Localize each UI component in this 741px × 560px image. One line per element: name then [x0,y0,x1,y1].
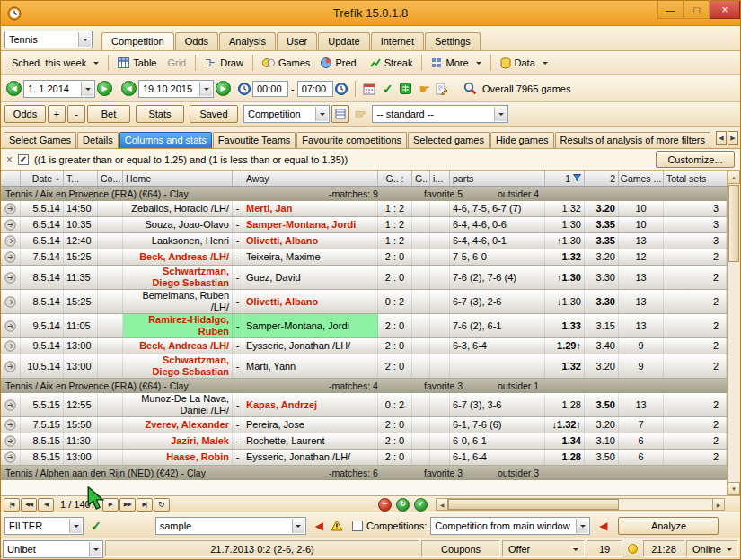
tab-details[interactable]: Details [77,132,119,148]
header-date[interactable]: Date▲ [21,171,64,186]
open-match-icon[interactable] [1,450,21,465]
tab-update[interactable]: Update [318,32,369,50]
saved-button[interactable]: Saved [190,105,238,123]
header-parts[interactable]: parts [450,171,545,186]
refresh-icon[interactable]: ↻ [396,498,410,512]
confirm-check-icon[interactable]: ✓ [383,82,393,96]
dropdown-arrow-icon[interactable] [78,32,91,47]
match-row[interactable]: 8.5.1513:00Haase, Robin-Eysseric, Jonath… [1,450,727,466]
header-home[interactable]: Home [123,171,233,186]
date-from-back-button[interactable]: ◀ [6,81,22,96]
bookmaker-select[interactable]: Unibet [3,540,103,558]
competition-source-select[interactable]: Competition from main window [430,517,590,535]
competitions-checkbox[interactable] [352,521,363,531]
open-match-icon[interactable] [1,433,21,449]
scrollbar-thumb[interactable] [728,185,739,262]
open-match-icon[interactable] [1,217,21,232]
tab-competition[interactable]: Competition [101,32,174,50]
tab-favourite-teams[interactable]: Favoutite Teams [213,132,296,148]
minus-button[interactable]: - [67,105,85,123]
open-match-icon[interactable] [1,201,21,216]
match-row[interactable]: 8.5.1511:30Jaziri, Malek-Rochette, Laure… [1,433,727,450]
green-table-icon[interactable] [400,83,411,94]
open-match-icon[interactable] [1,393,21,416]
nav-first-button[interactable]: |◀ [4,498,20,512]
header-total-sets[interactable]: Total sets [664,171,727,186]
open-match-icon[interactable] [1,314,21,337]
clear-filter-icon[interactable]: × [6,153,13,166]
date-to-forward-button[interactable]: ▶ [216,81,231,96]
open-match-icon[interactable] [1,249,21,265]
stats-button[interactable]: Stats [136,105,184,123]
data-dropdown[interactable]: Data [495,56,553,71]
match-row[interactable]: 6.5.1410:35Souza, Joao-Olavo-Samper-Mont… [1,217,727,233]
alert-icon[interactable] [331,520,343,531]
time-from-field[interactable]: 00:00 [252,81,288,97]
odds-button[interactable]: Odds [4,105,46,123]
games-button[interactable]: Games [257,56,315,70]
header-odd2[interactable]: 2 [585,171,619,186]
tab-settings[interactable]: Settings [425,32,481,50]
online-dropdown[interactable]: Online [686,540,738,557]
header-games[interactable]: Games ... [619,171,664,186]
draw-button[interactable]: Draw [199,56,249,70]
open-match-icon[interactable] [1,354,21,378]
plus-button[interactable]: + [48,105,66,123]
date-to-select[interactable]: 19.10.2015 [138,80,214,98]
header-g2[interactable]: G.. [412,171,430,186]
hand-icon[interactable]: ☛ [419,83,430,95]
sample-select[interactable]: sample [155,517,306,535]
open-match-icon[interactable] [1,266,21,289]
open-match-icon[interactable] [1,417,21,433]
match-row[interactable]: 7.5.1515:50Zverev, Alexander-Pereira, Jo… [1,417,727,433]
open-match-icon[interactable] [1,290,21,313]
hscrollbar-thumb[interactable] [448,499,619,510]
tab-internet[interactable]: Internet [371,32,424,50]
match-row[interactable]: 6.5.1412:40Laaksonen, Henri-Olivetti, Al… [1,233,727,249]
header-time[interactable]: T... [64,171,98,186]
tab-odds[interactable]: Odds [175,32,218,50]
search-icon[interactable] [463,82,477,95]
table-button[interactable]: Table [112,56,162,70]
scroll-down-icon[interactable]: ▼ [728,482,740,495]
tab-hide-games[interactable]: Hide games [490,132,554,148]
header-info[interactable]: i... [430,171,450,186]
offer-dropdown[interactable]: Offer [502,540,585,557]
streak-button[interactable]: Streak [365,56,419,70]
tab-results-of-analysis[interactable]: Results of analysis of more filters [555,132,710,148]
tabs-scroll-left-button[interactable]: ◀ [716,131,727,145]
apply-icon[interactable]: ✓ [414,498,428,512]
standard-filter-select[interactable]: -- standard -- [372,105,508,123]
match-row[interactable]: 8.5.1411:35Schwartzman, Diego Sebastian-… [1,266,727,290]
customize-button[interactable]: Customize... [656,151,735,168]
more-dropdown[interactable]: More [426,56,486,70]
header-country[interactable]: Co... [98,171,123,186]
scroll-up-icon[interactable]: ▲ [728,171,740,184]
tab-selected-games[interactable]: Selected games [408,132,490,148]
header-away[interactable]: Away [243,171,378,186]
minimize-button[interactable]: — [657,1,684,19]
tab-user[interactable]: User [277,32,317,50]
match-row[interactable]: 7.5.1415:25Beck, Andreas /LH/-Teixeira, … [1,249,727,266]
match-row[interactable]: 5.5.1414:50Zeballos, Horacio /LH/-Mertl,… [1,201,727,217]
calendar-icon[interactable] [363,83,375,95]
nav-last-button[interactable]: ▶| [137,498,153,512]
filter-active-checkbox[interactable]: ✓ [18,154,29,165]
match-row[interactable]: 10.5.1413:00Schwartzman, Diego Sebastian… [1,354,727,379]
nav-prev-button[interactable]: ◀ [38,498,54,512]
horizontal-scrollbar[interactable]: ◀ ▶ [436,498,725,511]
open-match-icon[interactable] [1,233,21,249]
date-to-back-button[interactable]: ◀ [121,81,137,96]
edit-note-icon[interactable] [436,83,447,95]
open-match-icon[interactable] [1,338,21,354]
sport-select[interactable]: Tennis [4,31,93,48]
tab-favourite-competitions[interactable]: Favourite competitions [296,132,407,148]
header-score[interactable]: G.. : [378,171,412,186]
scroll-left-icon[interactable]: ◀ [437,499,448,510]
nav-next-page-button[interactable]: ▶▶ [119,498,136,512]
close-button[interactable]: × [710,1,740,19]
vertical-scrollbar[interactable]: ▲ ▼ [727,171,740,495]
date-from-select[interactable]: 1. 1.2014 [23,80,95,98]
sched-dropdown[interactable]: Sched. this week [6,56,104,70]
match-row[interactable]: 5.5.1512:55Munoz-De La Nava, Daniel /LH/… [1,393,727,417]
